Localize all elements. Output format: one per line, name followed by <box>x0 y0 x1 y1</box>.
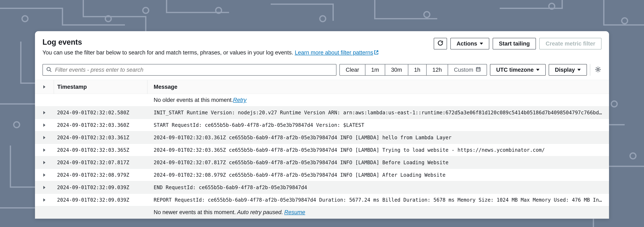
create-metric-filter-button[interactable]: Create metric filter <box>539 38 602 49</box>
svg-rect-16 <box>476 68 480 71</box>
table-row[interactable]: 2024-09-01T02:32:02.580ZINIT_START Runti… <box>35 106 609 119</box>
cell-timestamp: 2024-09-01T02:32:07.817Z <box>54 160 148 166</box>
search-icon <box>46 67 52 73</box>
clear-button[interactable]: Clear <box>340 64 366 75</box>
resume-link[interactable]: Resume <box>284 209 305 216</box>
column-timestamp[interactable]: Timestamp <box>54 80 148 94</box>
table-row[interactable]: 2024-09-01T02:32:03.365Z2024-09-01T02:32… <box>35 144 609 156</box>
range-custom[interactable]: Custom <box>448 64 486 75</box>
expand-toggle[interactable] <box>35 173 54 177</box>
svg-point-15 <box>47 68 50 71</box>
caret-right-icon <box>43 173 46 177</box>
display-button[interactable]: Display <box>549 64 587 76</box>
cell-message: START RequestId: ce655b5b-6ab9-4f78-af2b… <box>148 122 609 128</box>
log-table: Timestamp Message No older events at thi… <box>35 80 609 219</box>
range-30m[interactable]: 30m <box>385 64 408 75</box>
expand-toggle[interactable] <box>35 136 54 139</box>
cell-message: END RequestId: ce655b5b-6ab9-4f78-af2b-0… <box>148 185 609 190</box>
filter-toolbar: Clear 1m 30m 1h 12h Custom UTC timezone … <box>35 60 609 80</box>
actions-button[interactable]: Actions <box>450 38 489 49</box>
expand-toggle[interactable] <box>35 198 54 202</box>
range-1m[interactable]: 1m <box>366 64 386 75</box>
page-subtitle: You can use the filter bar below to sear… <box>42 49 378 56</box>
caret-right-icon <box>43 161 46 164</box>
retry-link[interactable]: Retry <box>233 97 246 103</box>
expand-toggle[interactable] <box>35 148 54 152</box>
cell-timestamp: 2024-09-01T02:32:03.365Z <box>54 147 148 153</box>
table-row[interactable]: 2024-09-01T02:32:07.817Z2024-09-01T02:32… <box>35 156 609 169</box>
search-input-wrapper[interactable] <box>42 64 336 76</box>
caret-right-icon <box>43 136 46 139</box>
no-older-row: No older events at this moment. Retry <box>35 94 609 106</box>
header-actions: Actions Start tailing Create metric filt… <box>434 38 602 49</box>
auto-retry-status: Auto retry paused. <box>237 209 283 216</box>
cell-message: 2024-09-01T02:32:07.817Z ce655b5b-6ab9-4… <box>148 160 609 166</box>
cell-message: 2024-09-01T02:32:03.361Z ce655b5b-6ab9-4… <box>148 135 609 141</box>
svg-point-17 <box>597 69 599 70</box>
cell-message: INIT_START Runtime Version: nodejs:20.v2… <box>148 110 609 116</box>
chevron-down-icon <box>577 69 581 71</box>
cell-timestamp: 2024-09-01T02:32:08.979Z <box>54 172 148 178</box>
table-row[interactable]: 2024-09-01T02:32:03.361Z2024-09-01T02:32… <box>35 131 609 144</box>
caret-right-icon <box>43 186 46 189</box>
external-link-icon <box>374 50 378 56</box>
expand-toggle[interactable] <box>35 186 54 189</box>
no-newer-row: No newer events at this moment. Auto ret… <box>35 206 609 219</box>
expand-toggle[interactable] <box>35 161 54 164</box>
page-title: Log events <box>42 38 378 46</box>
settings-button[interactable] <box>590 64 602 76</box>
calendar-icon <box>476 67 481 73</box>
cell-message: 2024-09-01T02:32:03.365Z ce655b5b-6ab9-4… <box>148 147 609 153</box>
caret-right-icon <box>43 148 46 152</box>
table-header: Timestamp Message <box>35 80 609 94</box>
refresh-button[interactable] <box>434 38 447 49</box>
range-12h[interactable]: 12h <box>427 64 448 75</box>
cell-timestamp: 2024-09-01T02:32:09.039Z <box>54 197 148 203</box>
cell-timestamp: 2024-09-01T02:32:03.360Z <box>54 122 148 128</box>
caret-right-icon <box>43 198 46 202</box>
filter-patterns-link[interactable]: Learn more about filter patterns <box>295 49 379 56</box>
cell-message: REPORT RequestId: ce655b5b-6ab9-4f78-af2… <box>148 197 609 203</box>
log-events-panel: Log events You can use the filter bar be… <box>35 31 609 219</box>
caret-right-icon <box>43 123 46 127</box>
table-row[interactable]: 2024-09-01T02:32:09.039ZEND RequestId: c… <box>35 181 609 194</box>
cell-timestamp: 2024-09-01T02:32:03.361Z <box>54 135 148 141</box>
chevron-down-icon <box>480 43 483 45</box>
panel-header: Log events You can use the filter bar be… <box>35 38 609 60</box>
gear-icon <box>595 66 601 73</box>
expand-toggle[interactable] <box>35 123 54 127</box>
time-range-segmented: Clear 1m 30m 1h 12h Custom <box>340 64 487 76</box>
range-1h[interactable]: 1h <box>408 64 427 75</box>
refresh-icon <box>438 40 443 47</box>
table-row[interactable]: 2024-09-01T02:32:08.979Z2024-09-01T02:32… <box>35 169 609 181</box>
column-message[interactable]: Message <box>148 84 609 90</box>
subtitle-text: You can use the filter bar below to sear… <box>42 49 295 56</box>
expand-toggle[interactable] <box>35 111 54 114</box>
cell-timestamp: 2024-09-01T02:32:02.580Z <box>54 110 148 116</box>
table-row[interactable]: 2024-09-01T02:32:03.360ZSTART RequestId:… <box>35 119 609 131</box>
caret-right-icon <box>43 111 46 114</box>
cell-timestamp: 2024-09-01T02:32:09.039Z <box>54 185 148 190</box>
cell-message: 2024-09-01T02:32:08.979Z ce655b5b-6ab9-4… <box>148 172 609 178</box>
timezone-button[interactable]: UTC timezone <box>490 64 546 76</box>
search-input[interactable] <box>53 65 333 75</box>
caret-right-icon <box>43 85 46 89</box>
chevron-down-icon <box>536 69 540 71</box>
table-row[interactable]: 2024-09-01T02:32:09.039ZREPORT RequestId… <box>35 194 609 206</box>
start-tailing-button[interactable]: Start tailing <box>493 38 536 49</box>
expand-all-toggle[interactable] <box>35 85 54 89</box>
